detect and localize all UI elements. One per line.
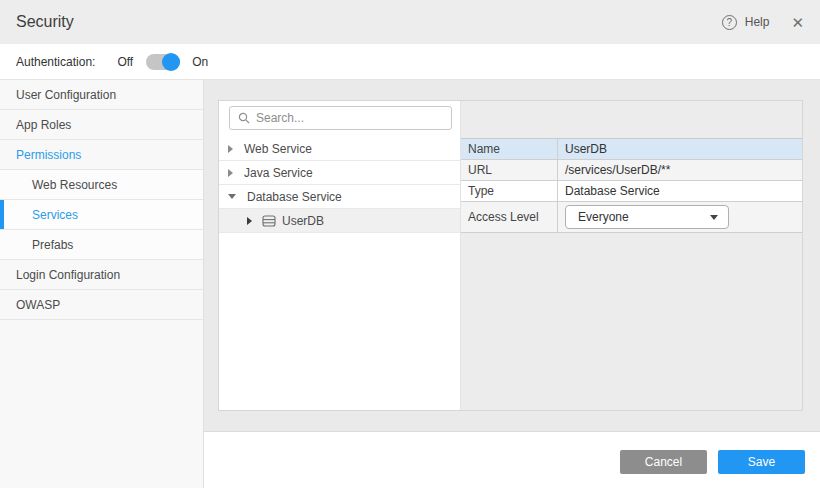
sidebar-item-label: App Roles: [16, 118, 71, 132]
services-permissions-content: Web Service Java Service Database Servic…: [204, 80, 820, 488]
dialog-footer: Cancel Save: [204, 431, 820, 488]
tree-item-java-service[interactable]: Java Service: [219, 161, 460, 185]
sidebar-item-label: Services: [32, 208, 78, 222]
services-tree-pane: Web Service Java Service Database Servic…: [219, 101, 461, 410]
header-actions: ? Help ✕: [722, 15, 804, 30]
sidebar-item-app-roles[interactable]: App Roles: [0, 110, 203, 140]
dialog-header: Security ? Help ✕: [0, 0, 820, 44]
sidebar-item-login-configuration[interactable]: Login Configuration: [0, 260, 203, 290]
row-label: Type: [461, 181, 558, 201]
database-icon: [262, 215, 276, 227]
sidebar-item-label: User Configuration: [16, 88, 116, 102]
service-details-pane: Name UserDB URL /services/UserDB/** Type…: [461, 101, 802, 410]
sidebar-item-label: OWASP: [16, 298, 60, 312]
table-row-access-level: Access Level Everyone: [461, 202, 802, 233]
sidebar-item-web-resources[interactable]: Web Resources: [0, 170, 203, 200]
search-box: [229, 106, 452, 130]
row-value: UserDB: [558, 139, 802, 159]
chevron-down-icon: [710, 215, 718, 220]
security-dialog: Security ? Help ✕ Authentication: Off On…: [0, 0, 820, 488]
tree-item-userdb[interactable]: UserDB: [219, 209, 460, 233]
row-value: Database Service: [558, 181, 802, 201]
search-input[interactable]: [256, 111, 443, 125]
sidebar-item-label: Web Resources: [32, 178, 117, 192]
page-title: Security: [16, 13, 74, 31]
tree-item-label: Database Service: [247, 190, 342, 204]
authentication-bar: Authentication: Off On: [0, 44, 820, 80]
sidebar-item-user-configuration[interactable]: User Configuration: [0, 80, 203, 110]
authentication-label: Authentication:: [16, 55, 95, 69]
toggle-off-label: Off: [117, 55, 133, 69]
row-value: Everyone: [558, 202, 802, 232]
tree-item-web-service[interactable]: Web Service: [219, 137, 460, 161]
dialog-body: User Configuration App Roles Permissions…: [0, 80, 820, 488]
access-level-selected-value: Everyone: [578, 210, 710, 224]
tree-item-database-service[interactable]: Database Service: [219, 185, 460, 209]
search-icon: [238, 112, 250, 124]
row-label: Name: [461, 139, 558, 159]
row-label: URL: [461, 160, 558, 180]
sidebar-item-prefabs[interactable]: Prefabs: [0, 230, 203, 260]
sidebar-item-owasp[interactable]: OWASP: [0, 290, 203, 320]
help-link[interactable]: Help: [745, 15, 770, 29]
toggle-on-label: On: [192, 55, 208, 69]
toggle-knob-icon: [162, 53, 180, 71]
security-sidebar: User Configuration App Roles Permissions…: [0, 80, 204, 488]
table-row-name: Name UserDB: [461, 139, 802, 160]
sidebar-item-label: Login Configuration: [16, 268, 120, 282]
cancel-button[interactable]: Cancel: [620, 450, 707, 474]
caret-down-icon[interactable]: [228, 194, 236, 199]
caret-right-icon[interactable]: [247, 217, 252, 225]
caret-right-icon[interactable]: [228, 145, 233, 153]
table-row-type: Type Database Service: [461, 181, 802, 202]
sidebar-item-label: Prefabs: [32, 238, 73, 252]
close-icon[interactable]: ✕: [791, 15, 804, 30]
row-label: Access Level: [461, 202, 558, 232]
row-value: /services/UserDB/**: [558, 160, 802, 180]
services-tree: Web Service Java Service Database Servic…: [219, 137, 460, 233]
tree-item-label: UserDB: [282, 214, 324, 228]
caret-right-icon[interactable]: [228, 169, 233, 177]
table-row-url: URL /services/UserDB/**: [461, 160, 802, 181]
access-level-select[interactable]: Everyone: [565, 205, 729, 229]
sidebar-item-services[interactable]: Services: [0, 200, 203, 230]
services-panel: Web Service Java Service Database Servic…: [218, 100, 803, 411]
tree-item-label: Web Service: [244, 142, 312, 156]
save-button[interactable]: Save: [718, 450, 805, 474]
sidebar-item-permissions[interactable]: Permissions: [0, 140, 203, 170]
service-details-table: Name UserDB URL /services/UserDB/** Type…: [461, 138, 802, 233]
tree-item-label: Java Service: [244, 166, 313, 180]
authentication-toggle[interactable]: [146, 54, 180, 70]
sidebar-item-label: Permissions: [16, 148, 81, 162]
help-icon[interactable]: ?: [722, 15, 737, 30]
